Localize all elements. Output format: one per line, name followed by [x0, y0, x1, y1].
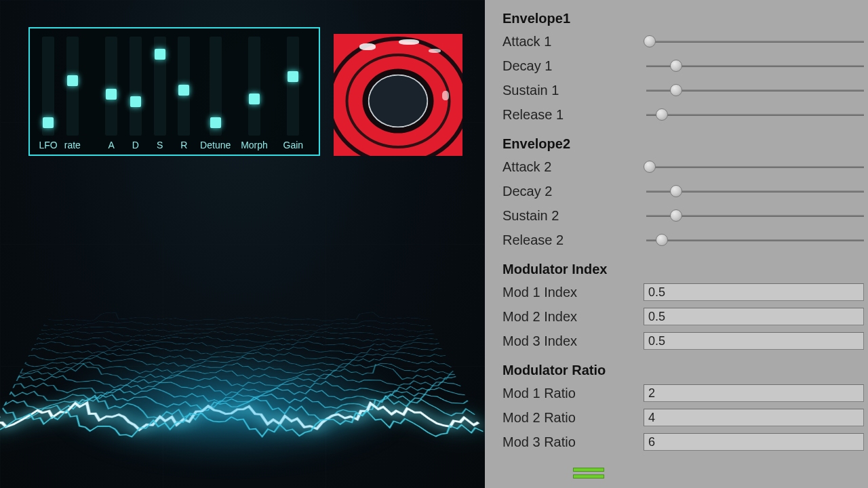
- mod-index-row: Mod 1 Index0.5: [502, 280, 865, 304]
- mod-index-field[interactable]: 0.5: [644, 332, 864, 350]
- mod-index-header: Modulator Index: [502, 262, 865, 277]
- env2-label: Release 2: [502, 232, 644, 248]
- fader-label: LFO: [39, 140, 57, 150]
- mod-ratio-field[interactable]: 4: [644, 409, 864, 426]
- fader-r[interactable]: R: [175, 37, 193, 150]
- env1-label: Decay 1: [502, 58, 644, 74]
- fader-label: Gain: [283, 140, 304, 150]
- env1-row: Sustain 1: [502, 78, 865, 102]
- fader-label: S: [157, 140, 163, 150]
- level-meter: [573, 468, 604, 472]
- mod-ratio-row: Mod 1 Ratio2: [502, 381, 865, 405]
- level-meters: [573, 468, 661, 481]
- env1-slider[interactable]: [644, 60, 864, 72]
- mod-ratio-row: Mod 2 Ratio4: [502, 405, 865, 430]
- fader-a[interactable]: A: [102, 37, 120, 150]
- env1-slider[interactable]: [644, 108, 864, 121]
- env1-row: Attack 1: [502, 29, 865, 54]
- mod-index-row: Mod 3 Index0.5: [502, 329, 865, 353]
- env2-row: Sustain 2: [502, 203, 865, 228]
- mod-index-label: Mod 1 Index: [502, 285, 644, 300]
- fader-s[interactable]: S: [151, 37, 169, 150]
- mod-index-label: Mod 2 Index: [502, 309, 644, 325]
- env2-slider[interactable]: [644, 185, 864, 197]
- fader-label: Detune: [200, 140, 231, 150]
- envelope1-header: Envelope1: [502, 11, 865, 26]
- env1-row: Release 1: [502, 102, 865, 127]
- fader-label: Morph: [241, 140, 268, 150]
- env2-slider[interactable]: [644, 234, 864, 246]
- fader-label: rate: [64, 140, 81, 150]
- mod-ratio-row: Mod 3 Ratio6: [502, 430, 865, 454]
- env1-label: Sustain 1: [502, 83, 644, 98]
- fader-module: LFOrateADSRDetuneMorphGain: [28, 27, 320, 156]
- mod-ratio-label: Mod 2 Ratio: [502, 410, 644, 426]
- mod-ratio-label: Mod 1 Ratio: [502, 386, 644, 401]
- env1-label: Release 1: [502, 107, 644, 123]
- fader-rate[interactable]: rate: [64, 37, 81, 150]
- mod-ratio-field[interactable]: 6: [644, 433, 864, 451]
- env2-label: Sustain 2: [502, 208, 644, 224]
- env2-slider[interactable]: [644, 161, 864, 173]
- mod-index-field[interactable]: 0.5: [644, 283, 864, 301]
- mod-ratio-field[interactable]: 2: [644, 384, 864, 402]
- fader-morph[interactable]: Morph: [238, 37, 270, 150]
- env1-slider[interactable]: [644, 84, 864, 96]
- fader-detune[interactable]: Detune: [199, 37, 231, 150]
- env1-row: Decay 1: [502, 54, 865, 78]
- mod-ratio-header: Modulator Ratio: [502, 363, 865, 378]
- mod-ratio-label: Mod 3 Ratio: [502, 434, 644, 450]
- env2-label: Decay 2: [502, 184, 644, 199]
- env2-slider[interactable]: [644, 209, 864, 222]
- fader-label: R: [180, 140, 187, 150]
- mod-index-field[interactable]: 0.5: [644, 308, 864, 325]
- visualizer-panel: LFOrateADSRDetuneMorphGain: [0, 0, 485, 488]
- fader-d[interactable]: D: [127, 37, 144, 150]
- env2-label: Attack 2: [502, 159, 644, 175]
- mod-index-label: Mod 3 Index: [502, 333, 644, 349]
- env2-row: Attack 2: [502, 155, 865, 179]
- env1-slider[interactable]: [644, 35, 864, 47]
- fader-gain[interactable]: Gain: [277, 37, 309, 150]
- inspector-panel: Envelope1 Attack 1Decay 1Sustain 1Releas…: [485, 0, 868, 488]
- env2-row: Decay 2: [502, 179, 865, 203]
- env1-label: Attack 1: [502, 34, 644, 49]
- fader-label: A: [108, 140, 115, 150]
- env2-row: Release 2: [502, 228, 865, 252]
- fader-lfo[interactable]: LFO: [39, 37, 57, 150]
- envelope2-header: Envelope2: [502, 136, 865, 152]
- level-meter: [573, 474, 604, 479]
- fader-label: D: [132, 140, 139, 150]
- mod-index-row: Mod 2 Index0.5: [502, 304, 865, 329]
- waveform-glow: [54, 352, 407, 461]
- preview-thumbnail[interactable]: [334, 34, 462, 156]
